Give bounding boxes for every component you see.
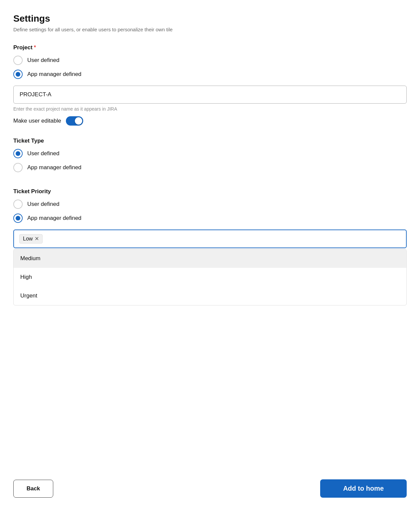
dropdown-item-urgent[interactable]: Urgent (14, 286, 406, 305)
page-subtitle: Define settings for all users, or enable… (13, 27, 407, 32)
ticket-priority-app-manager-option[interactable]: App manager defined (13, 214, 407, 223)
add-to-home-button[interactable]: Add to home (320, 479, 407, 498)
toggle-label: Make user editable (13, 118, 61, 124)
priority-input-wrapper[interactable]: Low ✕ (13, 230, 407, 248)
required-star: * (34, 45, 36, 51)
ticket-type-section-label: Ticket Type (13, 138, 407, 144)
ticket-priority-user-defined-option[interactable]: User defined (13, 200, 407, 209)
ticket-type-user-defined-label: User defined (27, 150, 59, 157)
priority-dropdown-list: Medium High Urgent (13, 249, 407, 305)
ticket-type-user-defined-option[interactable]: User defined (13, 149, 407, 158)
ticket-priority-app-manager-radio[interactable] (13, 214, 23, 223)
priority-tag-remove[interactable]: ✕ (35, 236, 39, 242)
ticket-priority-app-manager-label: App manager defined (27, 215, 82, 222)
ticket-type-radio-group: User defined App manager defined (13, 149, 407, 172)
ticket-priority-user-defined-radio[interactable] (13, 200, 23, 209)
project-radio-group: User defined App manager defined (13, 56, 407, 79)
ticket-priority-radio-group: User defined App manager defined (13, 200, 407, 223)
priority-tag-label: Low (23, 236, 33, 242)
ticket-type-section: Ticket Type User defined App manager def… (13, 138, 407, 179)
ticket-priority-user-defined-label: User defined (27, 201, 59, 208)
project-user-defined-radio[interactable] (13, 56, 23, 65)
ticket-type-user-defined-radio[interactable] (13, 149, 23, 158)
back-button[interactable]: Back (13, 480, 53, 498)
ticket-priority-section-label: Ticket Priority (13, 188, 407, 195)
page-title: Settings (13, 13, 407, 24)
dropdown-item-high[interactable]: High (14, 268, 406, 286)
settings-page: Settings Define settings for all users, … (0, 0, 420, 511)
dropdown-item-medium[interactable]: Medium (14, 249, 406, 268)
project-app-manager-label: App manager defined (27, 71, 82, 78)
ticket-type-app-manager-option[interactable]: App manager defined (13, 163, 407, 172)
priority-tag-low: Low ✕ (19, 234, 43, 244)
project-name-input[interactable] (13, 86, 407, 104)
ticket-priority-section: Ticket Priority User defined App manager… (13, 188, 407, 305)
project-section-label: Project * (13, 44, 407, 51)
project-app-manager-radio[interactable] (13, 70, 23, 79)
project-input-hint: Enter the exact project name as it appea… (13, 106, 407, 112)
project-user-defined-option[interactable]: User defined (13, 56, 407, 65)
ticket-type-app-manager-label: App manager defined (27, 164, 82, 171)
user-editable-toggle[interactable] (66, 116, 83, 126)
footer: Back Add to home (13, 466, 407, 498)
project-user-defined-label: User defined (27, 57, 59, 64)
project-section: Project * User defined App manager defin… (13, 44, 407, 128)
ticket-type-app-manager-radio[interactable] (13, 163, 23, 172)
project-app-manager-option[interactable]: App manager defined (13, 70, 407, 79)
make-user-editable-row: Make user editable (13, 116, 407, 126)
